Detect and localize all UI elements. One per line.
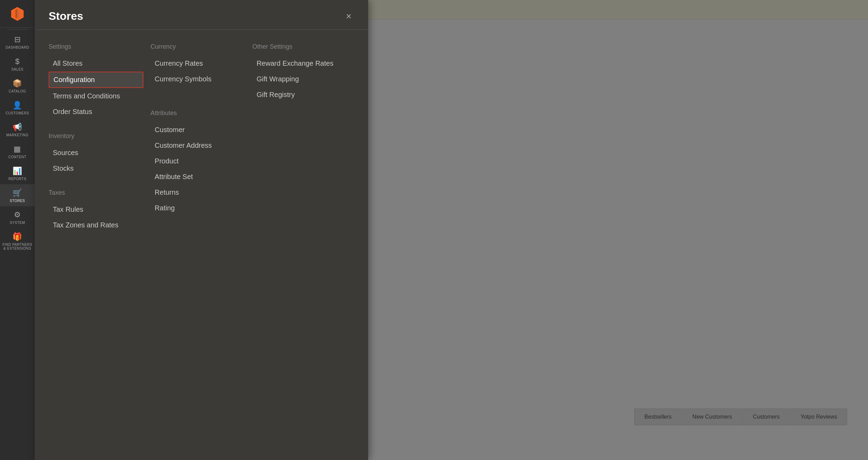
menu-attr-customer-address[interactable]: Customer Address [150, 138, 245, 153]
menu-attr-customer[interactable]: Customer [150, 122, 245, 137]
menu-tax-zones[interactable]: Tax Zones and Rates [49, 218, 143, 233]
col-other: Other Settings Reward Exchange Rates Gif… [253, 40, 354, 450]
system-icon: ⚙ [14, 211, 21, 219]
sidebar-item-stores[interactable]: 🛒 STORES [0, 184, 35, 206]
gap4 [150, 97, 245, 107]
reports-icon: 📊 [13, 167, 22, 175]
marketing-icon: 📢 [13, 123, 22, 131]
sidebar-item-content[interactable]: ▦ CONTENT [0, 140, 35, 162]
gap2 [49, 177, 143, 186]
other-settings-heading: Other Settings [253, 43, 347, 50]
sidebar-item-system[interactable]: ⚙ SYSTEM [0, 206, 35, 228]
sidebar-label-dashboard: DASHBOARD [6, 46, 29, 49]
inventory-heading: Inventory [49, 132, 143, 140]
menu-rating[interactable]: Rating [150, 201, 245, 216]
modal-close-button[interactable]: × [343, 10, 354, 23]
menu-gift-registry[interactable]: Gift Registry [253, 87, 347, 102]
menu-configuration[interactable]: Configuration [49, 72, 143, 88]
sidebar-label-stores: STORES [10, 199, 25, 203]
menu-reward-exchange[interactable]: Reward Exchange Rates [253, 56, 347, 71]
menu-attr-product[interactable]: Product [150, 154, 245, 169]
gap3 [150, 87, 245, 97]
menu-currency-rates[interactable]: Currency Rates [150, 56, 245, 71]
sidebar: ⊟ DASHBOARD $ SALES 📦 CATALOG 👤 CUSTOMER… [0, 0, 35, 460]
sidebar-label-marketing: MARKETING [6, 133, 28, 137]
customers-icon: 👤 [13, 102, 22, 109]
menu-stocks[interactable]: Stocks [49, 161, 143, 176]
sidebar-divider [7, 29, 28, 30]
menu-order-status[interactable]: Order Status [49, 104, 143, 119]
sales-icon: $ [15, 58, 20, 65]
settings-heading: Settings [49, 43, 143, 50]
sidebar-item-customers[interactable]: 👤 CUSTOMERS [0, 97, 35, 119]
modal-body: Settings All Stores Configuration Terms … [35, 30, 368, 460]
svg-marker-2 [17, 9, 19, 19]
menu-returns[interactable]: Returns [150, 185, 245, 200]
menu-attr-set[interactable]: Attribute Set [150, 169, 245, 184]
catalog-icon: 📦 [13, 80, 22, 87]
menu-all-stores[interactable]: All Stores [49, 56, 143, 71]
main-area: d refresh cache types. reports tailored … [35, 0, 868, 460]
sidebar-item-reports[interactable]: 📊 REPORTS [0, 162, 35, 184]
col-settings: Settings All Stores Configuration Terms … [49, 40, 150, 450]
stores-icon: 🛒 [13, 189, 22, 197]
menu-gift-wrapping[interactable]: Gift Wrapping [253, 72, 347, 87]
sidebar-label-sales: SALES [11, 67, 24, 71]
taxes-heading: Taxes [49, 189, 143, 196]
sidebar-label-content: CONTENT [8, 155, 26, 159]
col-currency: Currency Currency Rates Currency Symbols… [150, 40, 252, 450]
sidebar-item-marketing[interactable]: 📢 MARKETING [0, 119, 35, 140]
attributes-heading: Attributes [150, 110, 245, 117]
menu-terms-conditions[interactable]: Terms and Conditions [49, 89, 143, 104]
dashboard-icon: ⊟ [14, 36, 21, 43]
gap1 [49, 120, 143, 130]
magento-logo-icon [10, 6, 25, 22]
sidebar-item-catalog[interactable]: 📦 CATALOG [0, 75, 35, 97]
menu-sources[interactable]: Sources [49, 145, 143, 160]
partners-icon: 🎁 [13, 233, 22, 241]
menu-currency-symbols[interactable]: Currency Symbols [150, 72, 245, 87]
modal-title: Stores [49, 10, 83, 23]
currency-heading: Currency [150, 43, 245, 50]
sidebar-item-partners[interactable]: 🎁 FIND PARTNERS & EXTENSIONS [0, 228, 35, 254]
sidebar-label-partners: FIND PARTNERS & EXTENSIONS [1, 243, 33, 250]
menu-tax-rules[interactable]: Tax Rules [49, 202, 143, 217]
sidebar-label-customers: CUSTOMERS [6, 111, 29, 115]
sidebar-label-catalog: CATALOG [9, 89, 26, 93]
stores-modal: Stores × Settings All Stores Configurati… [35, 0, 368, 460]
sidebar-item-dashboard[interactable]: ⊟ DASHBOARD [0, 31, 35, 53]
logo [0, 0, 35, 28]
sidebar-item-sales[interactable]: $ SALES [0, 53, 35, 75]
sidebar-label-reports: REPORTS [8, 177, 26, 181]
modal-header: Stores × [35, 0, 368, 30]
content-icon: ▦ [14, 145, 21, 153]
sidebar-label-system: SYSTEM [10, 221, 25, 225]
